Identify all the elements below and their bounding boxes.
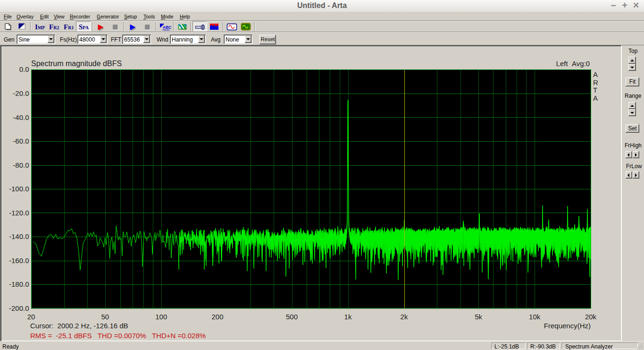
svg-text:100: 100 [155, 313, 167, 321]
svg-text:-80.0: -80.0 [13, 161, 29, 169]
svg-text:50: 50 [101, 313, 109, 321]
svg-text:A: A [593, 70, 598, 78]
svg-text:T: T [593, 86, 597, 94]
svg-text:R: R [593, 78, 598, 86]
svg-text:-140.0: -140.0 [9, 232, 29, 240]
svg-text:0.0: 0.0 [19, 65, 29, 73]
svg-text:-60.0: -60.0 [13, 137, 29, 145]
svg-text:Left Avg:0: Left Avg:0 [556, 60, 590, 68]
svg-text:5k: 5k [475, 313, 482, 321]
svg-text:FR1: FR1 [64, 23, 74, 31]
svg-text:-40.0: -40.0 [13, 113, 29, 121]
svg-text:500: 500 [286, 313, 298, 321]
svg-text:IMP: IMP [35, 23, 45, 31]
svg-text:Frequency(Hz): Frequency(Hz) [544, 322, 591, 330]
svg-text:-160.0: -160.0 [9, 256, 29, 265]
svg-text:-200.0: -200.0 [9, 304, 29, 312]
svg-text:20: 20 [27, 313, 35, 321]
svg-text:ABC: ABC [163, 25, 171, 30]
svg-text:Cursor: 2000.2 Hz, -126.16 dB: Cursor: 2000.2 Hz, -126.16 dB [30, 322, 128, 330]
svg-text:RMS = -25.1 dBFS THD =0.007: RMS = -25.1 dBFS THD =0.0070% THD+N =0.0… [30, 332, 206, 340]
svg-text:20k: 20k [585, 313, 597, 321]
svg-text:-120.0: -120.0 [9, 209, 29, 217]
svg-text:Spectrum magnitude dBFS: Spectrum magnitude dBFS [31, 60, 122, 68]
svg-text:2k: 2k [401, 313, 408, 321]
svg-text:-180.0: -180.0 [9, 280, 29, 288]
svg-text:FR2: FR2 [49, 23, 59, 31]
svg-text:10k: 10k [529, 313, 541, 321]
svg-text:-100.0: -100.0 [9, 185, 29, 193]
svg-text:200: 200 [211, 313, 223, 321]
svg-text:A: A [593, 94, 598, 102]
svg-text:-20.0: -20.0 [13, 89, 29, 97]
svg-text:1k: 1k [344, 313, 352, 321]
